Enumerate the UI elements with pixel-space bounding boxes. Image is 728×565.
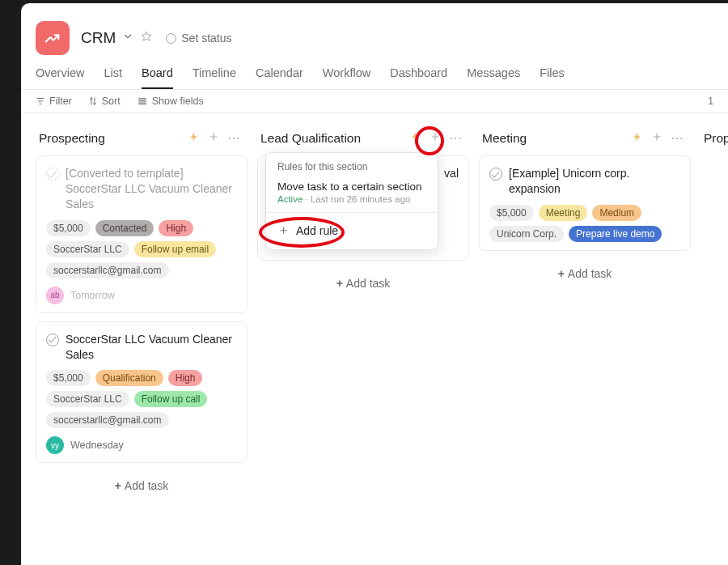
chip-action[interactable]: Follow up call [134,391,208,407]
card-title: SoccerStar LLC Vacuum Cleaner Sales [66,332,237,363]
more-icon[interactable]: ⋯ [667,131,688,146]
star-icon[interactable] [140,30,153,46]
tab-list[interactable]: List [104,66,122,89]
chip-company[interactable]: SoccerStar LLC [46,241,129,257]
tab-board[interactable]: Board [142,66,173,89]
project-icon[interactable] [36,21,70,55]
show-fields-button[interactable]: Show fields [137,96,204,107]
svg-rect-2 [138,104,146,105]
chip-amount[interactable]: $5,000 [46,370,91,386]
rules-popover: Rules for this section Move task to a ce… [265,152,438,250]
card-due: Tomorrow [70,290,115,301]
chip-priority[interactable]: High [168,370,203,386]
column-prospecting: Prospecting ⋯ [Converted to template] So… [36,130,248,492]
bolt-icon[interactable] [406,131,425,146]
filter-button[interactable]: Filter [36,96,72,107]
rule-item[interactable]: Move task to a certain section Active · … [266,177,438,206]
rule-last-run: Last run 26 minutes ago [311,194,410,204]
chip-action[interactable]: Follow up email [134,241,216,257]
column-title[interactable]: Lead Qualification [260,131,361,146]
svg-rect-0 [138,99,146,100]
filter-icon [36,96,45,106]
chip-status[interactable]: Meeting [539,205,588,221]
chip-action[interactable]: Prepare live demo [569,226,662,242]
chip-company[interactable]: SoccerStar LLC [46,391,129,407]
column-meeting: Meeting ⋯ [Example] Unicorn corp. expans… [479,130,691,280]
plus-icon[interactable] [425,131,445,146]
filter-label: Filter [49,96,72,107]
more-icon[interactable]: ⋯ [445,131,466,146]
avatar[interactable]: VY [46,436,64,454]
card-due: Wednesday [70,440,124,451]
tab-overview[interactable]: Overview [36,66,84,89]
card-title: [Converted to template] SoccerStar LLC V… [66,166,237,212]
plus-icon: ＋ [277,223,290,238]
set-status-button[interactable]: Set status [166,32,231,45]
add-task-button[interactable]: +Add task [257,269,469,290]
column-title[interactable]: Prop [704,131,728,146]
tab-workflow[interactable]: Workflow [323,66,370,89]
chart-arrow-icon [44,29,61,47]
chip-amount[interactable]: $5,000 [46,220,91,236]
tab-messages[interactable]: Messages [467,66,520,89]
chip-priority[interactable]: High [159,220,193,236]
task-card[interactable]: SoccerStar LLC Vacuum Cleaner Sales $5,0… [36,321,248,464]
add-rule-label: Add rule [296,224,338,237]
chip-company[interactable]: Unicorn Corp. [489,226,564,242]
chevron-down-icon[interactable] [122,31,133,45]
complete-toggle[interactable] [489,168,502,181]
card-title: [Example] Unicorn corp. expansion [509,166,680,197]
complete-toggle[interactable] [46,168,59,181]
chip-email[interactable]: soccerstarllc@gmail.com [46,412,169,428]
bolt-icon[interactable] [628,131,647,146]
status-label: Set status [181,32,231,45]
toolbar-right-text: 1 [708,96,713,107]
task-card[interactable]: [Converted to template] SoccerStar LLC V… [36,155,248,313]
project-title[interactable]: CRM [81,29,116,47]
column-title[interactable]: Prospecting [39,131,105,146]
rule-active-label: Active [277,194,303,204]
rule-title: Move task to a certain section [277,181,426,193]
column-proposal: Prop [700,130,728,155]
sort-icon [88,96,98,106]
bolt-icon[interactable] [184,131,204,146]
add-rule-button[interactable]: ＋ Add rule [266,212,438,246]
svg-rect-1 [138,101,146,103]
sort-button[interactable]: Sort [88,96,121,107]
tab-timeline[interactable]: Timeline [193,66,236,89]
status-ring-icon [166,33,176,44]
plus-icon[interactable] [647,131,667,146]
more-icon[interactable]: ⋯ [223,131,244,146]
add-task-button[interactable]: +Add task [479,259,691,280]
tab-dashboard[interactable]: Dashboard [390,66,447,89]
show-fields-label: Show fields [152,96,204,107]
avatar[interactable]: ab [46,287,64,304]
task-card[interactable]: [Example] Unicorn corp. expansion $5,000… [479,155,691,251]
sort-label: Sort [102,96,121,107]
complete-toggle[interactable] [46,333,59,346]
chip-email[interactable]: soccerstarllc@gmail.com [46,262,169,278]
fields-icon [137,96,148,106]
tab-calendar[interactable]: Calendar [256,66,303,89]
chip-priority[interactable]: Medium [592,205,641,221]
add-task-button[interactable]: +Add task [36,471,248,492]
chip-status[interactable]: Contacted [95,220,154,236]
chip-amount[interactable]: $5,000 [489,205,534,221]
plus-icon[interactable] [204,131,223,146]
chip-status[interactable]: Qualification [95,370,163,386]
popover-heading: Rules for this section [266,161,438,177]
column-title[interactable]: Meeting [482,131,527,146]
tab-files[interactable]: Files [540,66,565,89]
